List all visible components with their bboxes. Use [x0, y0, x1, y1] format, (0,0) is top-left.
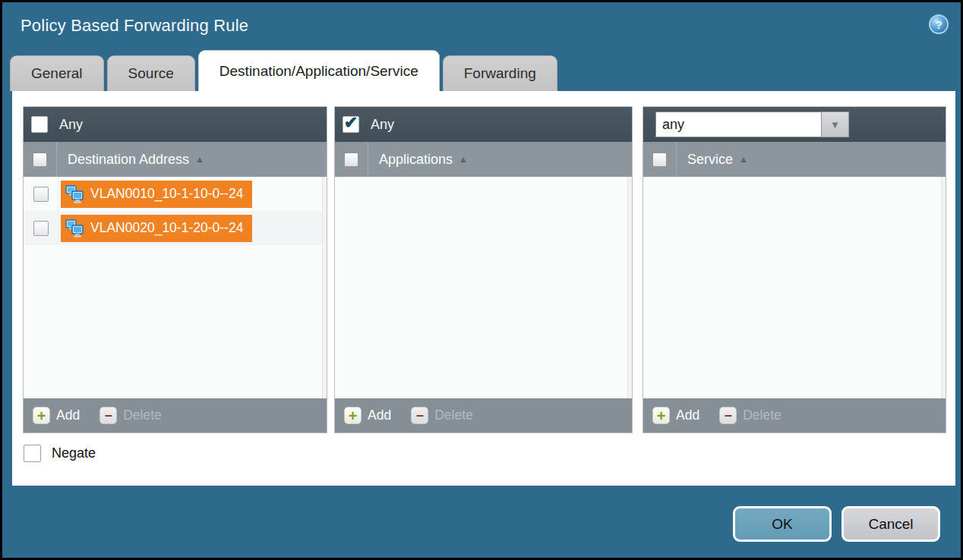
service-column-title[interactable]: Service ▲: [687, 152, 748, 168]
sort-ascending-icon: ▲: [195, 154, 204, 165]
tab-content: ✔ Any Destination Address ▲: [12, 91, 955, 486]
dialog-buttons: OK Cancel: [733, 506, 940, 542]
applications-panel: ✔ Any Applications ▲ +: [334, 106, 633, 433]
service-dropdown-input[interactable]: [655, 112, 822, 137]
negate-row: Negate: [24, 445, 96, 462]
service-any-bar: ▼: [643, 107, 946, 142]
row-checkbox[interactable]: [33, 221, 49, 236]
tab-destination-application-service[interactable]: Destination/Application/Service: [198, 50, 440, 91]
minus-icon: −: [99, 407, 117, 424]
service-column-header: Service ▲: [643, 142, 946, 177]
panels-container: ✔ Any Destination Address ▲: [23, 106, 946, 433]
network-address-icon: [65, 219, 85, 238]
address-object-vlan0010[interactable]: VLAN0010_10-1-10-0--24: [61, 181, 252, 208]
service-panel-footer: + Add − Delete: [643, 398, 946, 433]
tab-source[interactable]: Source: [107, 55, 195, 91]
minus-icon: −: [411, 407, 428, 424]
add-button[interactable]: + Add: [344, 407, 391, 424]
applications-column-title[interactable]: Applications ▲: [379, 152, 468, 168]
destination-address-column-header: Destination Address ▲: [24, 142, 327, 177]
plus-icon: +: [344, 407, 362, 424]
tab-bar: General Source Destination/Application/S…: [10, 50, 557, 91]
select-all-cell: [24, 142, 57, 177]
chevron-down-icon: ▼: [830, 119, 840, 131]
destination-address-list: VLAN0010_10-1-10-0--24: [24, 177, 327, 398]
address-object-label: VLAN0010_10-1-10-0--24: [90, 186, 243, 202]
address-object-vlan0020[interactable]: VLAN0020_10-1-20-0--24: [61, 215, 252, 242]
service-dropdown-button[interactable]: ▼: [822, 112, 849, 137]
applications-list: [335, 177, 632, 398]
service-dropdown: ▼: [655, 112, 849, 137]
minus-icon: −: [719, 407, 737, 424]
negate-label: Negate: [52, 445, 96, 461]
applications-select-all-checkbox[interactable]: [344, 153, 358, 167]
service-list: [643, 177, 946, 398]
delete-button[interactable]: − Delete: [411, 407, 473, 424]
select-all-cell: [335, 142, 368, 177]
table-row[interactable]: VLAN0020_10-1-20-0--24: [24, 211, 327, 245]
negate-checkbox[interactable]: [24, 445, 41, 462]
tab-general[interactable]: General: [10, 55, 104, 91]
applications-any-bar: ✔ Any: [335, 107, 632, 142]
checkmark-icon: ✔: [344, 115, 358, 131]
sort-ascending-icon: ▲: [739, 154, 748, 165]
tab-forwarding[interactable]: Forwarding: [443, 55, 557, 91]
service-panel: ▼ Service ▲ + A: [643, 106, 946, 433]
plus-icon: +: [652, 407, 670, 424]
policy-based-forwarding-dialog: Policy Based Forwarding Rule ? General S…: [0, 0, 963, 560]
network-address-icon: [65, 185, 85, 203]
delete-button[interactable]: − Delete: [719, 407, 781, 424]
question-mark-glyph: ?: [935, 18, 942, 31]
row-checkbox[interactable]: [33, 187, 49, 202]
applications-any-label: Any: [371, 117, 394, 133]
add-button[interactable]: + Add: [652, 407, 699, 424]
destination-any-bar: ✔ Any: [24, 107, 327, 142]
help-icon[interactable]: ?: [929, 14, 949, 34]
destination-select-all-checkbox[interactable]: [33, 153, 47, 167]
destination-address-panel: ✔ Any Destination Address ▲: [23, 106, 327, 433]
destination-any-label: Any: [59, 117, 83, 133]
destination-address-column-title[interactable]: Destination Address ▲: [68, 152, 204, 168]
delete-button[interactable]: − Delete: [99, 407, 162, 424]
destination-panel-footer: + Add − Delete: [24, 398, 327, 433]
plus-icon: +: [33, 407, 50, 424]
select-all-cell: [643, 142, 677, 177]
applications-any-checkbox[interactable]: ✔: [343, 116, 359, 133]
dialog-title-bar: Policy Based Forwarding Rule ?: [2, 2, 961, 50]
table-row[interactable]: VLAN0010_10-1-10-0--24: [24, 177, 327, 211]
sort-ascending-icon: ▲: [459, 154, 468, 165]
ok-button[interactable]: OK: [733, 506, 832, 542]
applications-column-header: Applications ▲: [335, 142, 632, 177]
cancel-button[interactable]: Cancel: [841, 506, 940, 542]
add-button[interactable]: + Add: [33, 407, 80, 424]
address-object-label: VLAN0020_10-1-20-0--24: [90, 220, 243, 236]
dialog-title: Policy Based Forwarding Rule: [21, 16, 248, 36]
service-select-all-checkbox[interactable]: [652, 153, 667, 167]
destination-any-checkbox[interactable]: ✔: [31, 116, 48, 133]
applications-panel-footer: + Add − Delete: [335, 398, 632, 433]
